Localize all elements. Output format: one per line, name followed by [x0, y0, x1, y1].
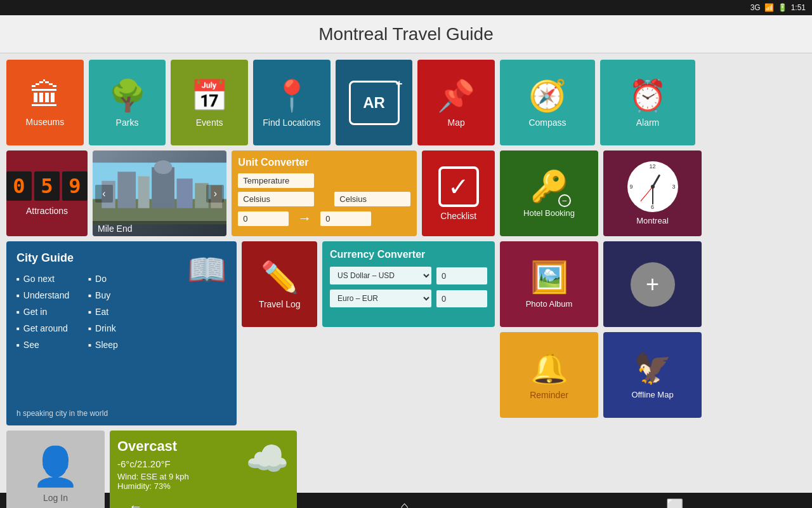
login-tile[interactable]: 👤 Log In	[6, 431, 105, 508]
montreal-label: Montreal	[636, 216, 669, 225]
map-icon: 📌	[437, 78, 475, 114]
svg-rect-3	[117, 171, 136, 208]
right-row-4: 🔔 Reminder 🦅 Offline Map	[500, 332, 702, 418]
city-guide-drink[interactable]: Drink	[88, 323, 118, 333]
ar-icon: AR +	[349, 81, 400, 125]
attractions-tile[interactable]: 0 5 9 Attractions	[6, 150, 88, 236]
lcd-digit-2: 5	[34, 171, 60, 201]
currency-row-2: Euro – EUR	[330, 290, 487, 307]
city-guide-col-1: Go next Understand Get in Get around See	[16, 274, 69, 350]
city-guide-col-2: Do Buy Eat Drink Sleep	[88, 274, 118, 350]
city-guide-sleep[interactable]: Sleep	[88, 340, 118, 350]
hotel-icon: 🔑 −	[530, 169, 568, 204]
montreal-clock-tile[interactable]: 12 6 3 9 Montreal	[603, 150, 702, 236]
network-indicator: 3G	[750, 3, 761, 12]
row-4: 👤 Log In Overcast -6°c/21.20°F Wind: ESE…	[6, 431, 495, 508]
photo-album-tile[interactable]: 🖼️ Photo Album	[500, 241, 598, 327]
status-bar: 3G 📶 🔋 1:51	[0, 0, 812, 15]
alarm-tile[interactable]: ⏰ Alarm	[600, 60, 695, 145]
events-tile[interactable]: 📅 Events	[171, 60, 248, 145]
add-tile[interactable]: +	[603, 241, 702, 327]
unit-arrow-icon: →	[298, 210, 311, 227]
svg-rect-4	[138, 177, 150, 208]
offline-map-tile[interactable]: 🦅 Offline Map	[603, 332, 702, 418]
recent-button[interactable]: ⬜	[666, 498, 683, 508]
unit-to-value[interactable]	[320, 211, 371, 226]
weather-temp: -6°c/21.20°F	[117, 458, 189, 469]
map-tile[interactable]: 📌 Map	[417, 60, 495, 145]
city-guide-get-in[interactable]: Get in	[16, 307, 69, 317]
avatar-icon: 👤	[32, 444, 79, 489]
hotel-booking-tile[interactable]: 🔑 − Hotel Booking	[500, 150, 598, 236]
back-button[interactable]: ←	[129, 498, 143, 508]
hotel-label: Hotel Booking	[523, 208, 575, 218]
unit-from-value[interactable]	[238, 211, 289, 226]
city-guide-do[interactable]: Do	[88, 274, 118, 284]
clock-face: 12 6 3 9	[627, 161, 678, 212]
city-guide-buy[interactable]: Buy	[88, 290, 118, 300]
unit-type-input[interactable]	[238, 173, 314, 188]
photo-album-icon: 🖼️	[530, 260, 568, 295]
alarm-label: Alarm	[636, 117, 660, 128]
museums-tile[interactable]: 🏛 Museums	[6, 60, 84, 145]
right-section: 🧭 Compass ⏰ Alarm 🔑 − Hotel Booking	[500, 60, 702, 486]
main-content: 🏛 Museums 🌳 Parks 📅 Events 📍 Find Locati…	[0, 53, 812, 493]
weather-wind: Wind: ESE at 9 kph	[117, 472, 189, 481]
events-icon: 📅	[190, 78, 228, 114]
home-button[interactable]: ⌂	[400, 498, 409, 508]
row-1: 🏛 Museums 🌳 Parks 📅 Events 📍 Find Locati…	[6, 60, 495, 145]
events-label: Events	[196, 117, 223, 128]
checkmark-icon: ✓	[448, 172, 469, 201]
parks-tile[interactable]: 🌳 Parks	[89, 60, 166, 145]
weather-tile[interactable]: Overcast -6°c/21.20°F Wind: ESE at 9 kph…	[110, 431, 297, 508]
book-icon: 📖	[187, 251, 226, 288]
checklist-icon: ✓	[438, 166, 479, 207]
compass-tile[interactable]: 🧭 Compass	[500, 60, 595, 145]
slide-left-button[interactable]: ‹	[95, 185, 113, 203]
compass-icon: 🧭	[528, 78, 566, 114]
find-locations-icon: 📍	[273, 78, 311, 114]
city-guide-get-around[interactable]: Get around	[16, 323, 69, 333]
right-row-3: 🖼️ Photo Album +	[500, 241, 702, 327]
currency-from-select[interactable]: US Dollar – USD	[330, 267, 431, 284]
currency-tile: Currency Converter US Dollar – USD Euro …	[322, 241, 495, 327]
currency-to-select[interactable]: Euro – EUR	[330, 290, 431, 307]
museums-label: Museums	[25, 117, 64, 127]
checklist-tile[interactable]: ✓ Checklist	[422, 150, 495, 236]
travel-log-icon: ✏️	[261, 260, 299, 295]
svg-point-6	[154, 161, 173, 174]
login-label: Log In	[43, 493, 68, 503]
museums-icon: 🏛	[30, 78, 60, 113]
left-section: 🏛 Museums 🌳 Parks 📅 Events 📍 Find Locati…	[6, 60, 495, 486]
row-3: City Guide Go next Understand Get in Get…	[6, 241, 495, 425]
city-guide-go-next[interactable]: Go next	[16, 274, 69, 284]
currency-title: Currency Converter	[330, 249, 487, 260]
city-guide-see[interactable]: See	[16, 340, 69, 350]
currency-to-value[interactable]	[436, 290, 487, 307]
city-guide-understand[interactable]: Understand	[16, 290, 69, 300]
currency-from-value[interactable]	[436, 267, 487, 284]
slideshow-tile[interactable]: ‹ › Mile End	[93, 150, 226, 236]
city-guide-eat[interactable]: Eat	[88, 307, 118, 317]
weather-condition: Overcast	[117, 438, 189, 455]
photo-album-label: Photo Album	[526, 299, 573, 309]
offline-map-icon: 🦅	[634, 351, 672, 386]
travel-log-tile[interactable]: ✏️ Travel Log	[242, 241, 317, 327]
compass-label: Compass	[528, 117, 566, 128]
ar-tile[interactable]: AR +	[336, 60, 413, 145]
clock-minute-hand	[652, 187, 653, 204]
clock-second-hand	[640, 187, 653, 202]
city-guide-tile[interactable]: City Guide Go next Understand Get in Get…	[6, 241, 237, 425]
unit-from-input[interactable]	[238, 192, 314, 206]
time-display: 1:51	[791, 3, 806, 12]
checklist-label: Checklist	[440, 211, 476, 221]
attractions-label: Attractions	[26, 206, 68, 216]
travel-log-label: Travel Log	[259, 299, 301, 309]
weather-icon: ☁️	[246, 438, 289, 479]
slide-right-button[interactable]: ›	[206, 185, 224, 203]
unit-to-input[interactable]	[334, 192, 410, 206]
find-locations-tile[interactable]: 📍 Find Locations	[253, 60, 331, 145]
reminder-tile[interactable]: 🔔 Reminder	[500, 332, 598, 418]
title-bar: Montreal Travel Guide	[0, 15, 812, 53]
row-2: 0 5 9 Attractions	[6, 150, 495, 236]
